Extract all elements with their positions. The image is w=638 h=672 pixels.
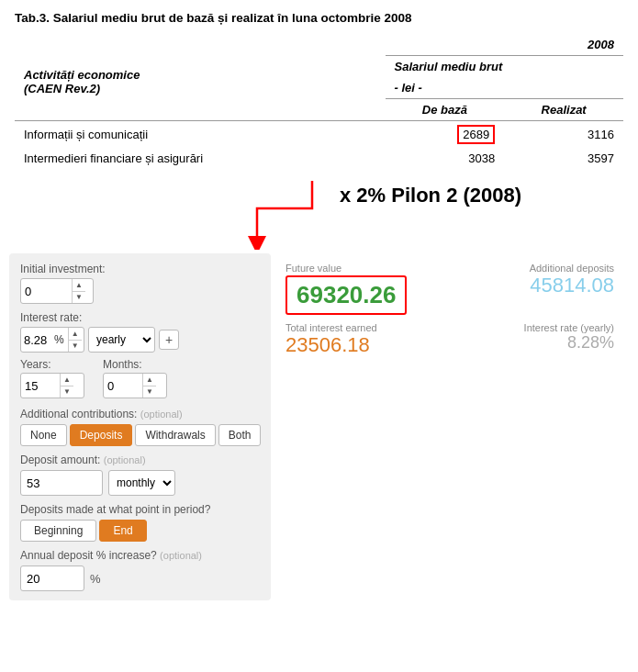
table-title: Tab.3. Salariul mediu brut de bază și re… [15, 11, 623, 25]
deposit-amount-label: Deposit amount: (optional) [20, 454, 260, 466]
row2-debaza: 3038 [386, 148, 505, 169]
row1-realizat: 3116 [504, 121, 623, 149]
arrow-svg [0, 176, 638, 250]
deposit-amount-input[interactable] [21, 471, 85, 495]
col1b-header: (CAEN Rev.2) [24, 82, 376, 95]
months-down[interactable]: ▼ [143, 386, 156, 398]
deposit-amount-wrap[interactable] [20, 470, 103, 496]
interest-rate-result-label: Interest rate (yearly) [524, 322, 614, 333]
future-value-label: Future value [285, 263, 407, 274]
initial-investment-input[interactable] [21, 279, 72, 303]
calculator-section: Initial investment: ▲ ▼ Interest rate: %… [0, 253, 638, 600]
interest-period-select[interactable]: yearly monthly [88, 327, 155, 353]
future-value-display: 69320.26 [285, 275, 407, 315]
arrow-label: x 2% Pilon 2 (2008) [340, 184, 521, 207]
annual-increase-label: Annual deposit % increase? (optional) [20, 549, 260, 562]
contributions-label-text: Additional contributions: [20, 408, 140, 420]
additional-deposits-label: Additional deposits [530, 263, 614, 274]
annual-increase-input[interactable] [20, 566, 84, 591]
years-label: Years: [20, 358, 84, 371]
interest-rate-result-value: 8.28% [524, 333, 614, 353]
row1-debaza-value: 2689 [457, 125, 495, 144]
interest-earned-group: Total interest earned 23506.18 [285, 322, 377, 357]
year-header: 2008 [588, 38, 614, 51]
annual-increase-label-text: Annual deposit % increase? [20, 549, 160, 562]
period-end-button[interactable]: End [99, 520, 146, 542]
interest-earned-label: Total interest earned [285, 322, 377, 333]
years-spin-arrows: ▲ ▼ [60, 374, 73, 398]
months-up[interactable]: ▲ [143, 374, 156, 386]
row1-name: Informații și comunicații [15, 121, 386, 149]
spin-arrows: ▲ ▼ [72, 279, 85, 303]
years-spin[interactable]: ▲ ▼ [20, 373, 84, 398]
data-table: Activități economice (CAEN Rev.2) 2008 S… [15, 34, 623, 169]
pct-arrows: ▲ ▼ [68, 328, 82, 352]
deposit-period-select[interactable]: monthly yearly [108, 470, 175, 496]
interest-rate-row: % ▲ ▼ yearly monthly + [20, 327, 260, 353]
deposit-row: monthly yearly [20, 470, 260, 496]
add-rate-button[interactable]: + [159, 330, 179, 350]
months-spin[interactable]: ▲ ▼ [103, 373, 167, 398]
deposit-label-text: Deposit amount: [20, 454, 104, 466]
pct-down[interactable]: ▼ [69, 341, 82, 353]
pct-increase-row: % [20, 566, 260, 591]
annual-increase-pct: % [90, 572, 101, 586]
initial-investment-spin[interactable]: ▲ ▼ [20, 278, 94, 304]
interest-rate-result-group: Interest rate (yearly) 8.28% [524, 322, 614, 353]
row1-debaza: 2689 [386, 121, 505, 149]
additional-deposits-group: Additional deposits 45814.08 [530, 263, 614, 297]
contributions-optional: (optional) [140, 409, 183, 420]
spin-up[interactable]: ▲ [73, 279, 85, 292]
realizat-col-header: Realizat [504, 99, 623, 121]
contrib-withdrawals-button[interactable]: Withdrawals [135, 424, 215, 446]
interest-rate-input[interactable] [21, 328, 54, 352]
months-spin-arrows: ▲ ▼ [142, 374, 156, 398]
spin-down[interactable]: ▼ [73, 292, 85, 304]
future-value-group: Future value 69320.26 [285, 263, 407, 315]
interest-earned-value: 23506.18 [285, 333, 377, 357]
table-section: Tab.3. Salariul mediu brut de bază și re… [0, 0, 638, 176]
years-input[interactable] [21, 374, 60, 398]
months-label: Months: [103, 358, 167, 371]
initial-investment-label: Initial investment: [20, 263, 260, 275]
table-row: Intermedieri financiare și asigurări 303… [15, 148, 623, 169]
col1-header: Activități economice [24, 68, 376, 82]
deposit-optional: (optional) [104, 454, 146, 465]
additional-deposits-value: 45814.08 [530, 274, 614, 297]
table-row: Informații și comunicații 2689 3116 [15, 121, 623, 149]
period-beginning-button[interactable]: Beginning [20, 520, 96, 542]
debaza-col-header: De bază [386, 99, 505, 121]
contrib-both-button[interactable]: Both [218, 424, 262, 446]
result-bottom-row: Total interest earned 23506.18 Interest … [285, 322, 614, 357]
months-group: Months: ▲ ▼ [103, 358, 167, 398]
interest-rate-input-wrap[interactable]: % ▲ ▼ [20, 327, 84, 353]
contributions-row: None Deposits Withdrawals Both [20, 424, 260, 446]
years-group: Years: ▲ ▼ [20, 358, 84, 398]
arrow-section: x 2% Pilon 2 (2008) [0, 176, 638, 250]
years-months-row: Years: ▲ ▼ Months: ▲ ▼ [20, 358, 260, 398]
pct-up[interactable]: ▲ [69, 328, 82, 341]
row2-name: Intermedieri financiare și asigurări [15, 148, 386, 169]
years-down[interactable]: ▼ [61, 386, 73, 398]
lei-header: - lei - [395, 81, 422, 95]
pct-symbol: % [54, 333, 68, 346]
annual-increase-optional: (optional) [160, 550, 202, 561]
period-row: Beginning End [20, 520, 260, 542]
period-label: Deposits made at what point in period? [20, 503, 260, 516]
contrib-deposits-button[interactable]: Deposits [70, 424, 133, 446]
result-top-row: Future value 69320.26 Additional deposit… [285, 263, 614, 315]
interest-rate-label: Interest rate: [20, 311, 260, 324]
months-input[interactable] [104, 374, 142, 398]
row2-realizat: 3597 [504, 148, 623, 169]
right-panel: Future value 69320.26 Additional deposit… [271, 253, 629, 600]
contrib-none-button[interactable]: None [20, 424, 67, 446]
left-panel: Initial investment: ▲ ▼ Interest rate: %… [9, 253, 271, 600]
initial-investment-row: ▲ ▼ [20, 278, 260, 304]
salariu-header: Salariul mediu brut [395, 60, 503, 73]
contributions-label: Additional contributions: (optional) [20, 408, 260, 420]
years-up[interactable]: ▲ [61, 374, 73, 386]
